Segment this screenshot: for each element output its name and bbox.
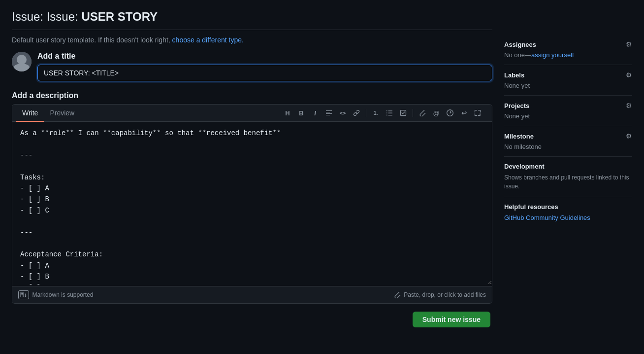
unordered-list-icon[interactable] — [383, 106, 396, 119]
helpful-resources-section: Helpful resources GitHub Community Guide… — [504, 197, 632, 227]
task-list-icon[interactable] — [397, 106, 410, 119]
toolbar: H B I <> 1. — [277, 105, 488, 121]
ordered-list-icon[interactable]: 1. — [369, 106, 382, 119]
submit-button[interactable]: Submit new issue — [413, 312, 490, 327]
add-description-label: Add a description — [12, 91, 492, 100]
development-section: Development Shows branches and pull requ… — [504, 157, 632, 197]
undo-icon[interactable]: ↩ — [457, 106, 470, 119]
subtitle: Default user story template. If this doe… — [12, 36, 492, 44]
mention-icon[interactable]: @ — [430, 106, 443, 119]
labels-section: Labels ⚙ None yet — [504, 65, 632, 96]
assign-yourself-link[interactable]: assign yourself — [531, 51, 574, 59]
attachment-icon[interactable] — [416, 106, 429, 119]
labels-value: None yet — [504, 82, 632, 89]
development-text: Shows branches and pull requests linked … — [504, 173, 632, 191]
heading-icon[interactable]: H — [281, 106, 294, 119]
projects-value: None yet — [504, 112, 632, 120]
labels-title: Labels — [504, 71, 524, 79]
quote-icon[interactable] — [322, 106, 335, 119]
assignees-title: Assignees — [504, 41, 536, 48]
description-textarea[interactable]: As a **role** I can **capability** so th… — [12, 122, 492, 284]
cross-ref-icon[interactable] — [444, 106, 456, 119]
italic-icon[interactable]: I — [309, 106, 322, 119]
tab-write[interactable]: Write — [16, 105, 44, 122]
bold-icon[interactable]: B — [295, 106, 308, 119]
upload-hint[interactable]: Paste, drop, or click to add files — [394, 291, 486, 298]
milestone-gear-icon[interactable]: ⚙ — [626, 132, 632, 140]
sidebar: Assignees ⚙ No one—assign yourself Label… — [504, 10, 632, 327]
editor-container: Write Preview H B I <> — [12, 104, 492, 304]
github-community-link[interactable]: GitHub Community Guidelines — [504, 214, 590, 221]
tab-preview[interactable]: Preview — [44, 105, 80, 122]
markdown-badge: M↓ Markdown is supported — [18, 290, 94, 299]
milestone-title: Milestone — [504, 133, 534, 140]
labels-gear-icon[interactable]: ⚙ — [626, 71, 632, 79]
markdown-icon: M↓ — [18, 290, 29, 299]
milestone-section: Milestone ⚙ No milestone — [504, 126, 632, 157]
helpful-resources-title: Helpful resources — [504, 203, 632, 211]
link-icon[interactable] — [350, 106, 363, 119]
assignees-value: No one—assign yourself — [504, 51, 632, 59]
code-icon[interactable]: <> — [336, 106, 349, 119]
projects-section: Projects ⚙ None yet — [504, 96, 632, 126]
title-input[interactable] — [37, 65, 492, 81]
development-title: Development — [504, 163, 545, 170]
editor-tabs: Write Preview H B I <> — [12, 105, 492, 122]
fullscreen-icon[interactable] — [471, 106, 484, 119]
assignees-gear-icon[interactable]: ⚙ — [626, 40, 632, 48]
submit-row: Submit new issue — [12, 312, 492, 327]
milestone-value: No milestone — [504, 143, 632, 150]
add-title-label: Add a title — [37, 52, 492, 61]
projects-gear-icon[interactable]: ⚙ — [626, 102, 632, 109]
choose-different-type-link[interactable]: choose a different type. — [172, 36, 244, 44]
assignees-section: Assignees ⚙ No one—assign yourself — [504, 35, 632, 65]
editor-footer: M↓ Markdown is supported Paste, drop, or… — [12, 286, 492, 303]
projects-title: Projects — [504, 102, 529, 109]
page-title: Issue: Issue: USER STORY — [12, 10, 492, 30]
avatar — [12, 52, 32, 71]
